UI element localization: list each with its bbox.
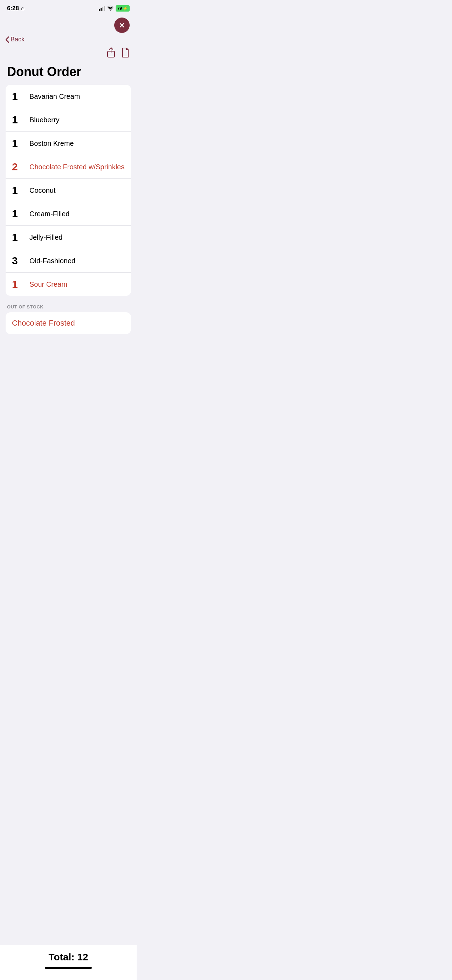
order-qty: 2 [12,161,25,173]
order-row: 1Blueberry [6,108,131,132]
signal-bars-icon [99,6,105,11]
wifi-icon [107,6,113,11]
order-qty: 1 [12,231,25,243]
order-qty: 1 [12,208,25,220]
close-button[interactable] [114,18,130,33]
order-row: 1Bavarian Cream [6,85,131,108]
order-name: Jelly-Filled [29,234,62,242]
order-card: 1Bavarian Cream1Blueberry1Boston Kreme2C… [6,85,131,296]
share-button[interactable] [107,47,116,60]
order-qty: 1 [12,114,25,126]
page-title: Donut Order [0,63,137,85]
order-qty: 1 [12,137,25,149]
order-name: Boston Kreme [29,140,74,148]
order-row: 1Boston Kreme [6,132,131,155]
order-qty: 3 [12,255,25,267]
out-of-stock-card: Chocolate Frosted [6,312,131,334]
order-row: 1Jelly-Filled [6,226,131,249]
back-button[interactable]: Back [6,36,24,43]
order-row: 1Cream-Filled [6,202,131,226]
order-row: 1Sour Cream [6,273,131,296]
battery-level: 79 [118,6,122,11]
order-qty: 1 [12,91,25,102]
battery-indicator: 79 ⚡ [116,5,130,11]
order-row: 2Chocolate Frosted w/Sprinkles [6,155,131,179]
order-row: 1Coconut [6,179,131,202]
order-name: Old-Fashioned [29,257,75,265]
out-of-stock-section-label: OUT OF STOCK [0,304,137,312]
order-name: Blueberry [29,116,60,124]
order-qty: 1 [12,278,25,290]
close-button-row [0,14,137,34]
home-icon: ⌂ [21,5,24,11]
status-bar: 6:28 ⌂ 79 ⚡ [0,0,137,14]
back-row: Back [0,34,137,46]
out-of-stock-item: Chocolate Frosted [12,318,125,328]
order-name: Chocolate Frosted w/Sprinkles [29,163,124,171]
order-name: Sour Cream [29,280,67,288]
order-name: Cream-Filled [29,210,69,218]
order-qty: 1 [12,185,25,196]
toolbar [0,46,137,63]
status-right: 79 ⚡ [99,5,130,11]
time-display: 6:28 [7,5,19,12]
document-button[interactable] [121,47,130,60]
order-name: Bavarian Cream [29,92,80,100]
back-label: Back [11,36,24,43]
order-name: Coconut [29,186,56,194]
status-time: 6:28 ⌂ [7,5,24,12]
order-row: 3Old-Fashioned [6,249,131,273]
